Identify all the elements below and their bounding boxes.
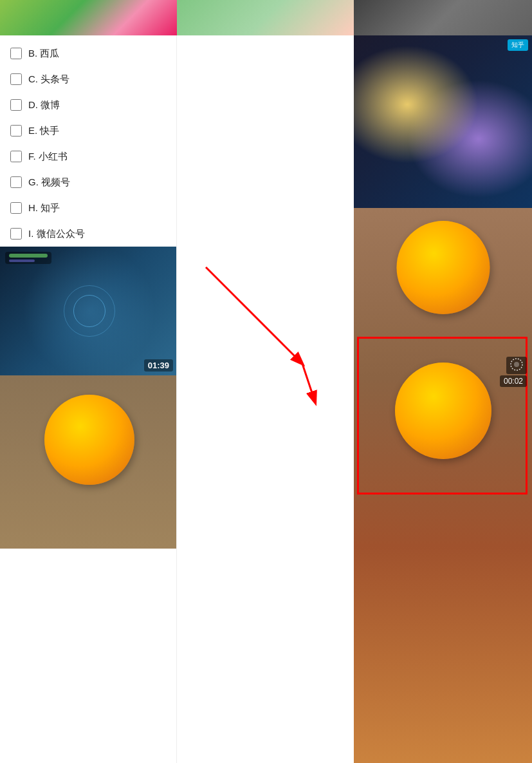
svg-line-4 <box>302 364 315 402</box>
timer-bottom: 00:02 <box>500 375 527 387</box>
list-item[interactable]: H. 知乎 <box>0 195 176 221</box>
item-label-e: E. 快手 <box>28 125 59 137</box>
list-item[interactable]: D. 微博 <box>0 92 176 118</box>
checkbox-b[interactable] <box>10 48 22 59</box>
bilibili-badge: 知乎 <box>508 39 528 51</box>
anime-bg <box>354 35 532 208</box>
list-item[interactable]: G. 视频号 <box>0 169 176 195</box>
svg-point-1 <box>514 362 519 367</box>
checkbox-d[interactable] <box>10 99 22 111</box>
list-item[interactable]: I. 微信公众号 <box>0 221 176 247</box>
item-label-c: C. 头条号 <box>28 73 69 86</box>
orange-fruit-left <box>44 395 134 485</box>
checkbox-e[interactable] <box>10 125 22 137</box>
item-label-d: D. 微博 <box>28 99 60 111</box>
item-label-b: B. 西瓜 <box>28 48 59 60</box>
list-item[interactable]: B. 西瓜 <box>0 41 176 66</box>
orange-fruit-right-bottom <box>395 363 491 459</box>
list-item[interactable]: F. 小红书 <box>0 144 176 169</box>
right-column: 知乎 00:02 <box>354 35 532 763</box>
checkbox-h[interactable] <box>10 202 22 214</box>
orange-section-left <box>0 375 177 549</box>
top-image-3 <box>354 0 532 35</box>
svg-line-3 <box>206 267 302 364</box>
top-image-row <box>0 0 532 35</box>
list-item[interactable]: C. 头条号 <box>0 66 176 92</box>
orange-section-right: 00:02 <box>354 208 532 763</box>
checkbox-g[interactable] <box>10 176 22 188</box>
top-image-1 <box>0 0 177 35</box>
checkbox-i[interactable] <box>10 228 22 240</box>
game-timer-badge: 01:39 <box>144 359 173 372</box>
item-label-i: I. 微信公众号 <box>28 228 85 240</box>
list-item[interactable]: E. 快手 <box>0 118 176 144</box>
timer-badge-right <box>506 357 527 374</box>
checkbox-f[interactable] <box>10 151 22 162</box>
item-label-h: H. 知乎 <box>28 202 60 214</box>
item-label-f: F. 小红书 <box>28 151 68 163</box>
checkbox-c[interactable] <box>10 73 22 85</box>
game-screenshot: 01:39 <box>0 247 177 375</box>
main-area: B. 西瓜 C. 头条号 D. 微博 E. 快手 F. 小红书 G. 视频号 H… <box>0 35 532 763</box>
anime-image: 知乎 <box>354 35 532 208</box>
left-column: B. 西瓜 C. 头条号 D. 微博 E. 快手 F. 小红书 G. 视频号 H… <box>0 35 177 763</box>
orange-fruit-right-top <box>396 221 490 314</box>
top-image-2 <box>177 0 354 35</box>
item-label-g: G. 视频号 <box>28 176 70 189</box>
